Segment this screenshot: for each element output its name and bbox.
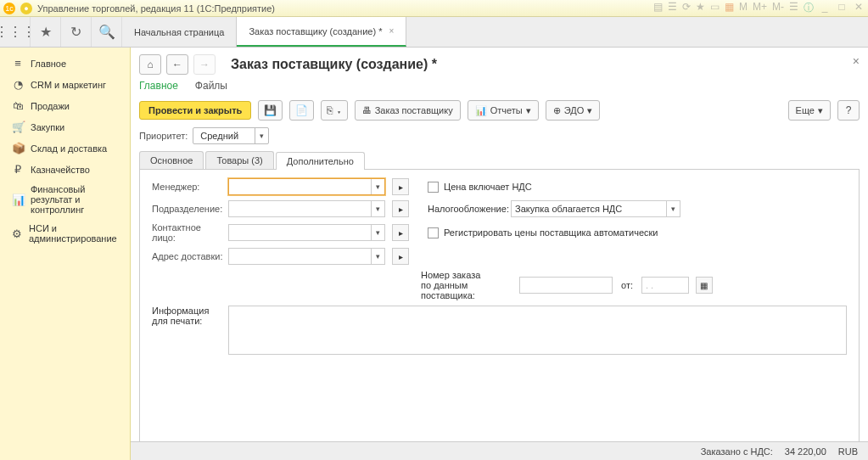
tool-icon[interactable]: ▦ bbox=[725, 1, 734, 15]
contact-input[interactable]: ▾ bbox=[228, 224, 385, 241]
cart-icon: 🛒 bbox=[12, 121, 24, 133]
chevron-down-icon: ▾ bbox=[526, 105, 531, 116]
tool-icon[interactable]: M+ bbox=[753, 1, 767, 15]
sidebar-item-label: Финансовый результат и контроллинг bbox=[31, 184, 121, 215]
forward-button[interactable]: → bbox=[193, 54, 216, 75]
tab-close-icon[interactable]: × bbox=[389, 26, 394, 36]
address-input[interactable]: ▾ bbox=[228, 248, 385, 265]
priority-select[interactable]: Средний ▾ bbox=[193, 127, 269, 144]
sidebar-item-sales[interactable]: 🛍Продажи bbox=[0, 95, 130, 116]
supplier-order-no-input[interactable] bbox=[519, 277, 613, 294]
search-icon[interactable]: 🔍 bbox=[92, 17, 122, 47]
doc-header: ⌂ ← → Заказ поставщику (создание) * bbox=[131, 48, 868, 78]
sidebar-item-main[interactable]: ≡Главное bbox=[0, 53, 130, 74]
contact-label: Контактное лицо: bbox=[152, 222, 223, 243]
sidebar-item-label: Склад и доставка bbox=[31, 143, 107, 154]
close-button[interactable]: ✕ bbox=[853, 1, 865, 15]
open-button[interactable]: ▸ bbox=[392, 200, 409, 217]
gear-icon: ⚙ bbox=[12, 227, 22, 240]
home-button[interactable]: ⌂ bbox=[139, 54, 161, 75]
department-label: Подразделение: bbox=[152, 204, 223, 214]
print-info-textarea[interactable] bbox=[228, 306, 847, 355]
sidebar-item-warehouse[interactable]: 📦Склад и доставка bbox=[0, 137, 130, 159]
reports-button[interactable]: 📊Отчеты▾ bbox=[468, 100, 539, 121]
edo-button[interactable]: ⊕ЭДО▾ bbox=[546, 100, 601, 121]
tab-home[interactable]: Начальная страница bbox=[122, 17, 237, 47]
supplier-order-button[interactable]: 🖶Заказ поставщику bbox=[355, 100, 461, 121]
subtab-files[interactable]: Файлы bbox=[195, 80, 227, 92]
help-button[interactable]: ? bbox=[837, 100, 860, 121]
innertab-goods[interactable]: Товары (3) bbox=[205, 151, 273, 169]
page-title: Заказ поставщику (создание) * bbox=[231, 57, 437, 72]
tool-icon[interactable]: ☰ bbox=[668, 1, 677, 15]
tool-icon[interactable]: M bbox=[739, 1, 748, 15]
window-titlebar: 1c ● Управление торговлей, редакция 11 (… bbox=[0, 0, 868, 17]
apps-grid-icon[interactable]: ⋮⋮⋮ bbox=[0, 17, 31, 47]
sidebar-item-treasury[interactable]: ₽Казначейство bbox=[0, 159, 130, 180]
info-icon[interactable]: ⓘ bbox=[804, 1, 814, 15]
supplier-order-date-input[interactable]: . . bbox=[641, 277, 689, 294]
tool-icon[interactable]: ☰ bbox=[789, 1, 798, 15]
order-no-label2: по данным поставщика: bbox=[421, 280, 514, 300]
btn-label: Еще bbox=[796, 105, 815, 115]
tool-icon[interactable]: ▭ bbox=[710, 1, 720, 15]
post-and-close-button[interactable]: Провести и закрыть bbox=[139, 101, 251, 120]
app-icon-2: ● bbox=[20, 3, 32, 14]
titlebar-tools: ▤ ☰ ⟳ ★ ▭ ▦ M M+ M- ☰ ⓘ _ □ ✕ bbox=[653, 1, 865, 15]
calendar-button[interactable]: ▦ bbox=[696, 277, 713, 294]
tool-icon[interactable]: M- bbox=[772, 1, 784, 15]
more-button[interactable]: Еще▾ bbox=[788, 100, 831, 121]
chevron-down-icon: ▾ bbox=[371, 179, 384, 194]
btn-label: ЭДО bbox=[564, 105, 585, 115]
box-icon: 📦 bbox=[12, 142, 24, 154]
window-title: Управление торговлей, редакция 11 (1С:Пр… bbox=[37, 3, 275, 14]
sidebar-item-admin[interactable]: ⚙НСИ и администрирование bbox=[0, 219, 130, 248]
back-button[interactable]: ← bbox=[166, 54, 188, 75]
vat-included-checkbox[interactable] bbox=[428, 182, 439, 193]
minimize-button[interactable]: _ bbox=[819, 1, 831, 15]
post-button[interactable]: 📄 bbox=[289, 100, 314, 121]
sidebar-item-finance[interactable]: 📊Финансовый результат и контроллинг bbox=[0, 180, 130, 219]
chevron-down-icon: ▾ bbox=[371, 249, 384, 264]
history-icon[interactable]: ↻ bbox=[61, 17, 92, 47]
globe-icon: ⊕ bbox=[553, 105, 561, 116]
doc-close-button[interactable]: × bbox=[853, 54, 860, 68]
open-button[interactable]: ▸ bbox=[392, 248, 409, 265]
sidebar-item-crm[interactable]: ◔CRM и маркетинг bbox=[0, 74, 130, 95]
print-icon: 🖶 bbox=[362, 105, 372, 115]
create-based-button[interactable]: ⎘ ▾ bbox=[321, 100, 347, 121]
print-info-label: Информация bbox=[152, 306, 223, 316]
subtab-main[interactable]: Главное bbox=[139, 80, 178, 92]
doc-subtabs: Главное Файлы bbox=[131, 78, 868, 97]
sidebar-item-purchases[interactable]: 🛒Закупки bbox=[0, 116, 130, 137]
register-prices-checkbox[interactable] bbox=[428, 227, 439, 238]
chevron-down-icon: ▾ bbox=[587, 105, 592, 116]
save-button[interactable]: 💾 bbox=[258, 100, 283, 121]
chevron-down-icon: ▾ bbox=[818, 105, 823, 116]
tool-icon[interactable]: ▤ bbox=[653, 1, 663, 15]
tab-label: Начальная страница bbox=[134, 27, 224, 37]
innertab-main[interactable]: Основное bbox=[139, 151, 204, 169]
taxation-select[interactable]: Закупка облагается НДС▾ bbox=[511, 200, 680, 217]
open-button[interactable]: ▸ bbox=[392, 224, 409, 241]
sidebar-item-label: Закупки bbox=[31, 122, 64, 132]
tool-icon[interactable]: ⟳ bbox=[682, 1, 691, 15]
maximize-button[interactable]: □ bbox=[836, 1, 848, 15]
print-info-label2: для печати: bbox=[152, 316, 223, 326]
btn-label: Заказ поставщику bbox=[375, 105, 453, 115]
chevron-down-icon: ▾ bbox=[255, 128, 268, 143]
sidebar-item-label: CRM и маркетинг bbox=[31, 80, 106, 90]
department-input[interactable]: ▾ bbox=[228, 200, 385, 217]
tab-order[interactable]: Заказ поставщику (создание) *× bbox=[237, 17, 406, 47]
manager-input[interactable]: ▾ bbox=[228, 178, 385, 195]
chevron-down-icon: ▾ bbox=[666, 201, 680, 216]
bag-icon: 🛍 bbox=[12, 99, 24, 112]
hamburger-icon: ≡ bbox=[12, 57, 24, 70]
open-button[interactable]: ▸ bbox=[392, 178, 409, 195]
order-no-label: Номер заказа bbox=[421, 270, 514, 280]
star-icon[interactable]: ★ bbox=[696, 1, 705, 15]
tab-label: Заказ поставщику (создание) * bbox=[249, 26, 382, 36]
favorite-icon[interactable]: ★ bbox=[31, 17, 61, 47]
sidebar-item-label: Казначейство bbox=[31, 165, 90, 175]
innertab-additional[interactable]: Дополнительно bbox=[276, 152, 365, 170]
